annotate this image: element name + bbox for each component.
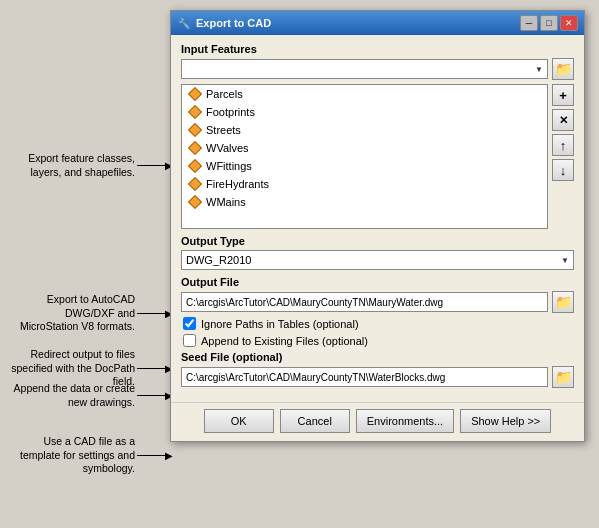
- layer-icon: [188, 177, 202, 191]
- list-section: ParcelsFootprintsStreetsWValvesWFittings…: [181, 84, 574, 229]
- output-type-arrow-icon: ▼: [561, 256, 569, 265]
- ignore-paths-row: Ignore Paths in Tables (optional): [181, 317, 574, 330]
- cancel-button[interactable]: Cancel: [280, 409, 350, 433]
- input-features-dropdown[interactable]: ▼: [181, 59, 548, 79]
- list-item[interactable]: Footprints: [182, 103, 547, 121]
- annotation-2-text: Export to AutoCAD DWG/DXF and MicroStati…: [5, 293, 135, 334]
- output-type-dropdown[interactable]: DWG_R2010 ▼: [181, 250, 574, 270]
- list-item[interactable]: WMains: [182, 193, 547, 211]
- output-type-value: DWG_R2010: [186, 254, 251, 266]
- export-to-cad-dialog: 🔧 Export to CAD ─ □ ✕ Input Features ▼ 📁: [170, 10, 585, 442]
- seed-folder-icon: 📁: [555, 369, 572, 385]
- title-icon: 🔧: [177, 16, 191, 30]
- ignore-paths-label: Ignore Paths in Tables (optional): [201, 318, 359, 330]
- list-item[interactable]: Parcels: [182, 85, 547, 103]
- seed-file-row: 📁: [181, 366, 574, 388]
- dialog-titlebar: 🔧 Export to CAD ─ □ ✕: [171, 11, 584, 35]
- output-file-browse-button[interactable]: 📁: [552, 291, 574, 313]
- annotation-2: Export to AutoCAD DWG/DXF and MicroStati…: [5, 293, 173, 334]
- environments-button[interactable]: Environments...: [356, 409, 454, 433]
- list-item-label: WFittings: [206, 160, 252, 172]
- seed-file-label: Seed File (optional): [181, 351, 574, 363]
- ok-button[interactable]: OK: [204, 409, 274, 433]
- minimize-button[interactable]: ─: [520, 15, 538, 31]
- layer-icon: [188, 87, 202, 101]
- remove-button[interactable]: ✕: [552, 109, 574, 131]
- move-up-button[interactable]: ↑: [552, 134, 574, 156]
- input-features-label: Input Features: [181, 43, 574, 55]
- append-existing-row: Append to Existing Files (optional): [181, 334, 574, 347]
- dialog-footer: OK Cancel Environments... Show Help >>: [171, 402, 584, 441]
- annotation-4: Append the data or create new drawings. …: [5, 382, 173, 409]
- output-file-input[interactable]: [181, 292, 548, 312]
- layer-icon: [188, 159, 202, 173]
- list-item-label: WMains: [206, 196, 246, 208]
- dialog-title: 🔧 Export to CAD: [177, 16, 271, 30]
- ignore-paths-checkbox[interactable]: [183, 317, 196, 330]
- add-button[interactable]: +: [552, 84, 574, 106]
- dialog-title-text: Export to CAD: [196, 17, 271, 29]
- list-action-buttons: + ✕ ↑ ↓: [552, 84, 574, 229]
- browse-icon: 📁: [555, 61, 572, 77]
- seed-file-browse-button[interactable]: 📁: [552, 366, 574, 388]
- move-down-button[interactable]: ↓: [552, 159, 574, 181]
- maximize-button[interactable]: □: [540, 15, 558, 31]
- seed-file-input[interactable]: [181, 367, 548, 387]
- layer-icon: [188, 195, 202, 209]
- list-item[interactable]: WValves: [182, 139, 547, 157]
- annotation-1-text: Export feature classes, layers, and shap…: [5, 152, 135, 179]
- append-existing-label: Append to Existing Files (optional): [201, 335, 368, 347]
- close-button[interactable]: ✕: [560, 15, 578, 31]
- annotation-4-text: Append the data or create new drawings.: [5, 382, 135, 409]
- output-file-row: 📁: [181, 291, 574, 313]
- show-help-button[interactable]: Show Help >>: [460, 409, 551, 433]
- list-item[interactable]: WFittings: [182, 157, 547, 175]
- list-item-label: Parcels: [206, 88, 243, 100]
- input-features-row: ▼ 📁: [181, 58, 574, 80]
- annotation-5: Use a CAD file as a template for setting…: [5, 435, 173, 476]
- list-item[interactable]: Streets: [182, 121, 547, 139]
- annotation-5-text: Use a CAD file as a template for setting…: [5, 435, 135, 476]
- dialog-body: Input Features ▼ 📁 ParcelsFootprintsStre…: [171, 35, 584, 402]
- list-item-label: WValves: [206, 142, 249, 154]
- features-list[interactable]: ParcelsFootprintsStreetsWValvesWFittings…: [181, 84, 548, 229]
- output-type-label: Output Type: [181, 235, 574, 247]
- output-type-row: DWG_R2010 ▼: [181, 250, 574, 270]
- list-item[interactable]: FireHydrants: [182, 175, 547, 193]
- list-item-label: Streets: [206, 124, 241, 136]
- list-item-label: FireHydrants: [206, 178, 269, 190]
- folder-icon: 📁: [555, 294, 572, 310]
- input-features-browse-button[interactable]: 📁: [552, 58, 574, 80]
- append-existing-checkbox[interactable]: [183, 334, 196, 347]
- list-item-label: Footprints: [206, 106, 255, 118]
- layer-icon: [188, 105, 202, 119]
- annotation-1: Export feature classes, layers, and shap…: [5, 152, 173, 179]
- dropdown-arrow-icon: ▼: [535, 65, 543, 74]
- output-file-label: Output File: [181, 276, 574, 288]
- titlebar-buttons: ─ □ ✕: [520, 15, 578, 31]
- layer-icon: [188, 123, 202, 137]
- layer-icon: [188, 141, 202, 155]
